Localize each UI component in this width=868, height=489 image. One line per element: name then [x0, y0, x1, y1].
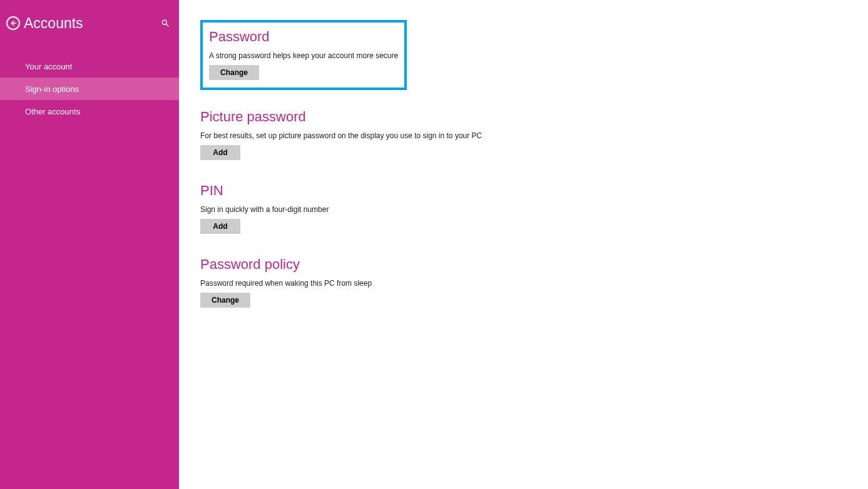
sidebar-item-label: Your account [25, 62, 72, 71]
sidebar-item-label: Other accounts [25, 107, 80, 116]
change-password-button[interactable]: Change [209, 65, 259, 80]
change-password-policy-button[interactable]: Change [200, 293, 250, 308]
add-pin-button[interactable]: Add [200, 219, 240, 234]
svg-point-0 [162, 20, 166, 24]
sidebar-item-other-accounts[interactable]: Other accounts [0, 100, 179, 123]
section-desc-pin: Sign in quickly with a four-digit number [200, 205, 868, 214]
header-left: Accounts [6, 15, 83, 32]
add-picture-password-button[interactable]: Add [200, 145, 240, 160]
sidebar-header: Accounts [0, 0, 179, 46]
section-pin: PIN Sign in quickly with a four-digit nu… [200, 183, 868, 234]
sidebar-item-label: Sign-in options [25, 84, 79, 94]
svg-line-1 [166, 24, 169, 27]
main-content: Password A strong password helps keep yo… [179, 0, 868, 489]
section-desc-password-policy: Password required when waking this PC fr… [200, 279, 868, 288]
sidebar-nav: Your account Sign-in options Other accou… [0, 55, 179, 123]
sidebar-item-your-account[interactable]: Your account [0, 55, 179, 78]
search-icon[interactable] [160, 18, 170, 28]
section-desc-password: A strong password helps keep your accoun… [209, 51, 398, 60]
section-password: Password A strong password helps keep yo… [200, 20, 407, 90]
page-title: Accounts [24, 15, 83, 32]
sidebar-item-sign-in-options[interactable]: Sign-in options [0, 78, 179, 100]
section-title-password-policy: Password policy [200, 256, 868, 273]
section-title-password: Password [209, 29, 398, 45]
section-title-pin: PIN [200, 183, 868, 199]
sidebar: Accounts Your account Sign-in options Ot… [0, 0, 179, 489]
section-password-policy: Password policy Password required when w… [200, 256, 868, 308]
section-desc-picture-password: For best results, set up picture passwor… [200, 131, 868, 140]
section-title-picture-password: Picture password [200, 109, 868, 125]
section-picture-password: Picture password For best results, set u… [200, 109, 868, 160]
back-icon[interactable] [6, 16, 20, 30]
